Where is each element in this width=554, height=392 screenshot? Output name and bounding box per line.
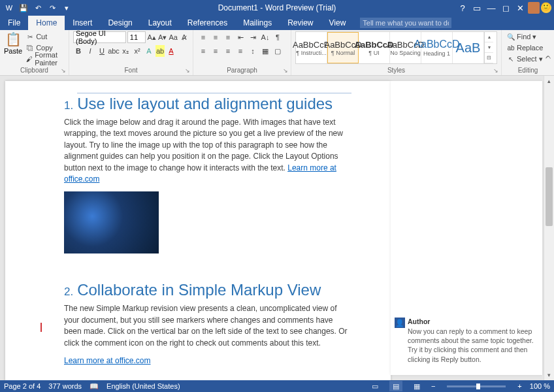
feedback-icon[interactable] [541, 3, 551, 13]
underline-button[interactable]: U [97, 45, 107, 57]
style-instructions[interactable]: AaBbCcD¶ Instructi... [296, 32, 327, 63]
align-right-button[interactable]: ≡ [222, 45, 234, 57]
format-painter-label: Format Painter [35, 51, 63, 67]
redo-icon[interactable]: ↷ [46, 1, 59, 14]
sort-button[interactable]: A↓ [259, 31, 271, 43]
scroll-down-icon[interactable]: ▾ [544, 370, 554, 380]
format-painter-button[interactable]: 🖌Format Painter [25, 54, 65, 64]
maximize-icon[interactable]: ◻ [499, 1, 512, 14]
show-marks-button[interactable]: ¶ [272, 31, 284, 43]
decrease-indent-button[interactable]: ⇤ [235, 31, 246, 43]
user-avatar[interactable] [528, 2, 540, 14]
print-layout-icon[interactable]: ▤ [389, 381, 402, 391]
style-heading1[interactable]: AaBbCcDHeading 1 [421, 32, 453, 63]
word-count[interactable]: 377 words [48, 382, 82, 390]
revision-bar[interactable] [41, 323, 42, 332]
page-indicator[interactable]: Page 2 of 4 [4, 382, 41, 390]
body-paragraph: The new Simple Markup revision view pres… [64, 303, 351, 349]
language-indicator[interactable]: English (United States) [106, 382, 180, 390]
paragraph-dialog-launcher-icon[interactable]: ↘ [283, 67, 288, 74]
heading-number: 1. [64, 99, 73, 112]
read-mode-icon[interactable]: ▭ [368, 381, 382, 391]
shading-button[interactable]: ▦ [259, 45, 271, 57]
strikethrough-button[interactable]: abc [108, 45, 119, 57]
highlight-button[interactable]: ab [155, 45, 165, 57]
tell-me-box[interactable] [360, 16, 451, 30]
tab-file[interactable]: File [0, 16, 28, 30]
find-button[interactable]: 🔍Find▾ [506, 31, 550, 42]
zoom-in-icon[interactable]: + [517, 382, 521, 390]
superscript-button[interactable]: x² [132, 45, 142, 57]
multilevel-list-button[interactable]: ≡ [222, 31, 234, 43]
ribbon-options-icon[interactable]: ▭ [470, 1, 483, 14]
styles-scroll-down-icon[interactable]: ▾ [485, 42, 493, 53]
subscript-button[interactable]: x₂ [120, 45, 131, 57]
close-icon[interactable]: ✕ [513, 1, 527, 14]
font-color-button[interactable]: A [166, 45, 176, 57]
tab-review[interactable]: Review [280, 16, 321, 30]
zoom-level[interactable]: 100 % [530, 382, 550, 390]
clear-formatting-button[interactable]: A̷ [179, 31, 189, 43]
bullets-button[interactable]: ≡ [197, 31, 209, 43]
numbering-button[interactable]: ≡ [210, 31, 221, 43]
style-name: Heading 1 [423, 50, 450, 57]
style-ui[interactable]: AaBbCcD¶ UI [359, 32, 390, 63]
line-spacing-button[interactable]: ↕ [247, 45, 259, 57]
bold-button[interactable]: B [73, 45, 84, 57]
styles-expand-icon[interactable]: ⊟ [485, 53, 493, 63]
font-name-combo[interactable]: Segoe UI (Body) [73, 31, 126, 43]
save-icon[interactable]: 💾 [17, 1, 30, 14]
tab-references[interactable]: References [180, 16, 235, 30]
scroll-up-icon[interactable]: ▴ [544, 76, 554, 86]
collapse-ribbon-icon[interactable]: ᨈ [546, 52, 551, 61]
clipboard-dialog-launcher-icon[interactable]: ↘ [61, 67, 66, 74]
font-group-label: Font [69, 67, 193, 74]
replace-button[interactable]: abReplace [506, 42, 550, 53]
styles-scroll-up-icon[interactable]: ▴ [485, 32, 493, 42]
change-case-button[interactable]: Aa [169, 31, 178, 43]
tab-insert[interactable]: Insert [65, 16, 100, 30]
tab-home[interactable]: Home [28, 16, 65, 30]
comments-pane: 👤 Author Now you can reply to a comment … [391, 81, 542, 375]
word-icon[interactable]: W [3, 1, 16, 14]
tab-mailings[interactable]: Mailings [235, 16, 280, 30]
align-center-button[interactable]: ≡ [210, 45, 221, 57]
font-size-combo[interactable]: 11 [127, 31, 146, 43]
help-icon[interactable]: ? [456, 1, 469, 14]
increase-indent-button[interactable]: ⇥ [247, 31, 259, 43]
tab-design[interactable]: Design [100, 16, 140, 30]
heading-2: Collaborate in Simple Markup View [77, 280, 351, 299]
italic-button[interactable]: I [85, 45, 95, 57]
document-page[interactable]: 1. Use live layout and alignment guides … [5, 81, 391, 380]
vertical-scrollbar[interactable]: ▴ ▾ [544, 76, 554, 380]
cut-button[interactable]: ✂Cut [25, 31, 65, 42]
zoom-slider[interactable] [447, 385, 506, 387]
font-dialog-launcher-icon[interactable]: ↘ [185, 67, 190, 74]
comment-item[interactable]: 👤 Author Now you can reply to a comment … [395, 318, 538, 364]
grow-font-button[interactable]: A▴ [147, 31, 157, 43]
tab-view[interactable]: View [321, 16, 354, 30]
web-layout-icon[interactable]: ▦ [410, 381, 423, 391]
minimize-icon[interactable]: — [485, 1, 498, 14]
align-left-button[interactable]: ≡ [197, 45, 209, 57]
zoom-out-icon[interactable]: − [431, 382, 435, 390]
qat-customize-icon[interactable]: ▾ [60, 1, 73, 14]
inline-image[interactable] [64, 191, 159, 253]
replace-label: Replace [517, 44, 543, 52]
paste-button[interactable]: 📋 Paste [4, 31, 22, 64]
tell-me-input[interactable] [360, 18, 451, 28]
select-button[interactable]: ↖Select▾ [506, 54, 550, 64]
styles-dialog-launcher-icon[interactable]: ↘ [493, 67, 498, 74]
zoom-thumb[interactable] [476, 384, 480, 389]
proofing-icon[interactable]: 📖 [90, 382, 99, 391]
borders-button[interactable]: ▢ [272, 45, 284, 57]
shrink-font-button[interactable]: A▾ [157, 31, 167, 43]
undo-icon[interactable]: ↶ [31, 1, 44, 14]
style-more[interactable]: AaB [453, 32, 484, 63]
style-name: No Spacing [390, 50, 421, 56]
justify-button[interactable]: ≡ [235, 45, 246, 57]
learn-more-link[interactable]: Learn more at office.com [64, 356, 151, 365]
text-effects-button[interactable]: A [144, 45, 154, 57]
scrollbar-thumb[interactable] [546, 167, 553, 226]
tab-layout[interactable]: Layout [140, 16, 180, 30]
